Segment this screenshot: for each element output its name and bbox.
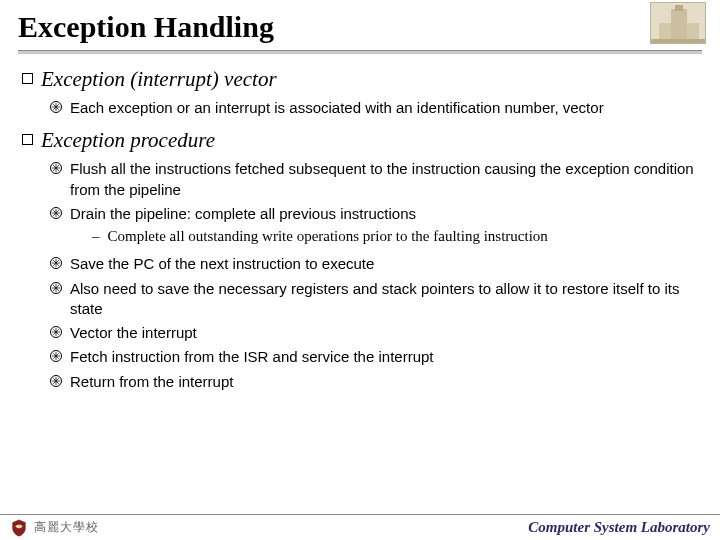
section-heading-row: Exception procedure bbox=[22, 128, 698, 153]
list-item: Return from the interrupt bbox=[50, 372, 698, 392]
section-heading: Exception procedure bbox=[41, 128, 215, 153]
item-text: Save the PC of the next instruction to e… bbox=[70, 254, 374, 274]
header-photo bbox=[650, 2, 706, 44]
item-text: Drain the pipeline: complete all previou… bbox=[70, 204, 698, 224]
list-item: Vector the interrupt bbox=[50, 323, 698, 343]
square-bullet-icon bbox=[22, 134, 33, 145]
item-text: Flush all the instructions fetched subse… bbox=[70, 159, 698, 200]
section-heading-row: Exception (interrupt) vector bbox=[22, 67, 698, 92]
item-text: Vector the interrupt bbox=[70, 323, 197, 343]
star-bullet-icon bbox=[50, 350, 62, 362]
list-item: Save the PC of the next instruction to e… bbox=[50, 254, 698, 274]
lab-name: Computer System Laboratory bbox=[528, 519, 710, 536]
section-items: Flush all the instructions fetched subse… bbox=[22, 159, 698, 392]
item-text: Also need to save the necessary register… bbox=[70, 279, 698, 320]
list-item: Each exception or an interrupt is associ… bbox=[50, 98, 698, 118]
sub-item-text: Complete all outstanding write operation… bbox=[108, 226, 548, 246]
sub-list: – Complete all outstanding write operati… bbox=[70, 226, 698, 246]
list-item: Fetch instruction from the ISR and servi… bbox=[50, 347, 698, 367]
section-exception-vector: Exception (interrupt) vector Each except… bbox=[22, 67, 698, 118]
section-items: Each exception or an interrupt is associ… bbox=[22, 98, 698, 118]
svg-rect-2 bbox=[675, 5, 683, 11]
star-bullet-icon bbox=[50, 375, 62, 387]
sub-item: – Complete all outstanding write operati… bbox=[92, 226, 698, 246]
list-item: Also need to save the necessary register… bbox=[50, 279, 698, 320]
dash-bullet-icon: – bbox=[92, 226, 100, 246]
star-bullet-icon bbox=[50, 207, 62, 219]
star-bullet-icon bbox=[50, 326, 62, 338]
square-bullet-icon bbox=[22, 73, 33, 84]
star-bullet-icon bbox=[50, 162, 62, 174]
footer: 高麗大學校 Computer System Laboratory bbox=[0, 514, 720, 540]
footer-left: 高麗大學校 bbox=[10, 519, 99, 537]
star-bullet-icon bbox=[50, 257, 62, 269]
page-title: Exception Handling bbox=[18, 10, 702, 44]
body: Exception (interrupt) vector Each except… bbox=[0, 53, 720, 392]
item-text: Each exception or an interrupt is associ… bbox=[70, 98, 604, 118]
svg-rect-5 bbox=[651, 39, 706, 44]
header: Exception Handling bbox=[0, 0, 720, 53]
svg-rect-1 bbox=[671, 9, 687, 39]
slide: Exception Handling Exception (interrupt)… bbox=[0, 0, 720, 540]
item-text: Return from the interrupt bbox=[70, 372, 233, 392]
star-bullet-icon bbox=[50, 101, 62, 113]
star-bullet-icon bbox=[50, 282, 62, 294]
list-item: Flush all the instructions fetched subse… bbox=[50, 159, 698, 200]
section-exception-procedure: Exception procedure Flush all the instru… bbox=[22, 128, 698, 392]
university-name: 高麗大學校 bbox=[34, 519, 99, 536]
title-underline bbox=[18, 50, 702, 53]
list-item: Drain the pipeline: complete all previou… bbox=[50, 204, 698, 251]
item-text: Fetch instruction from the ISR and servi… bbox=[70, 347, 434, 367]
crest-icon bbox=[10, 519, 28, 537]
section-heading: Exception (interrupt) vector bbox=[41, 67, 277, 92]
